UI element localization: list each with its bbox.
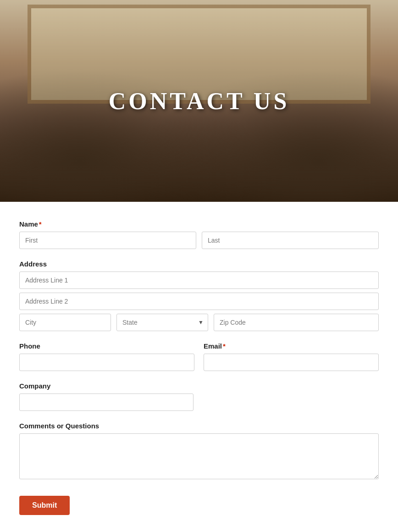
comments-group: Comments or Questions bbox=[19, 422, 379, 481]
address-line1-wrapper bbox=[19, 272, 379, 289]
company-group: Company bbox=[19, 382, 379, 411]
address-line2-input[interactable] bbox=[19, 293, 379, 310]
city-state-zip-row: State AL AK AZ AR CA CO CT DE FL GA HI I… bbox=[19, 314, 379, 331]
phone-label: Phone bbox=[19, 342, 194, 350]
email-input[interactable] bbox=[204, 354, 379, 371]
email-required-star: * bbox=[223, 342, 226, 350]
email-label: Email* bbox=[204, 342, 379, 350]
zip-wrapper bbox=[214, 314, 379, 331]
city-wrapper bbox=[19, 314, 111, 331]
state-select[interactable]: State AL AK AZ AR CA CO CT DE FL GA HI I… bbox=[116, 314, 208, 331]
name-required-star: * bbox=[39, 220, 42, 228]
state-wrapper: State AL AK AZ AR CA CO CT DE FL GA HI I… bbox=[116, 314, 208, 331]
company-label: Company bbox=[19, 382, 379, 390]
phone-group: Phone bbox=[19, 342, 194, 371]
comments-textarea[interactable] bbox=[19, 433, 379, 479]
address-line1-input[interactable] bbox=[19, 272, 379, 289]
contact-form: Name* Address State bbox=[19, 220, 379, 515]
phone-email-group: Phone Email* bbox=[19, 342, 379, 371]
city-input[interactable] bbox=[19, 314, 111, 331]
address-line2-wrapper bbox=[19, 293, 379, 310]
submit-button[interactable]: Submit bbox=[19, 496, 70, 515]
phone-input[interactable] bbox=[19, 354, 194, 371]
hero-title-container: CONTACT US bbox=[0, 0, 398, 202]
last-name-input[interactable] bbox=[202, 232, 379, 249]
comments-label: Comments or Questions bbox=[19, 422, 379, 430]
contact-form-section: Name* Address State bbox=[0, 202, 398, 532]
zip-input[interactable] bbox=[214, 314, 379, 331]
company-input[interactable] bbox=[19, 393, 193, 411]
first-name-input[interactable] bbox=[19, 232, 196, 249]
address-group: Address State AL AK AZ AR bbox=[19, 260, 379, 331]
page-title: CONTACT US bbox=[109, 88, 290, 115]
name-label: Name* bbox=[19, 220, 379, 228]
address-label: Address bbox=[19, 260, 379, 268]
email-group: Email* bbox=[204, 342, 379, 371]
name-group: Name* bbox=[19, 220, 379, 249]
name-row bbox=[19, 232, 379, 249]
hero-section: CONTACT US bbox=[0, 0, 398, 202]
